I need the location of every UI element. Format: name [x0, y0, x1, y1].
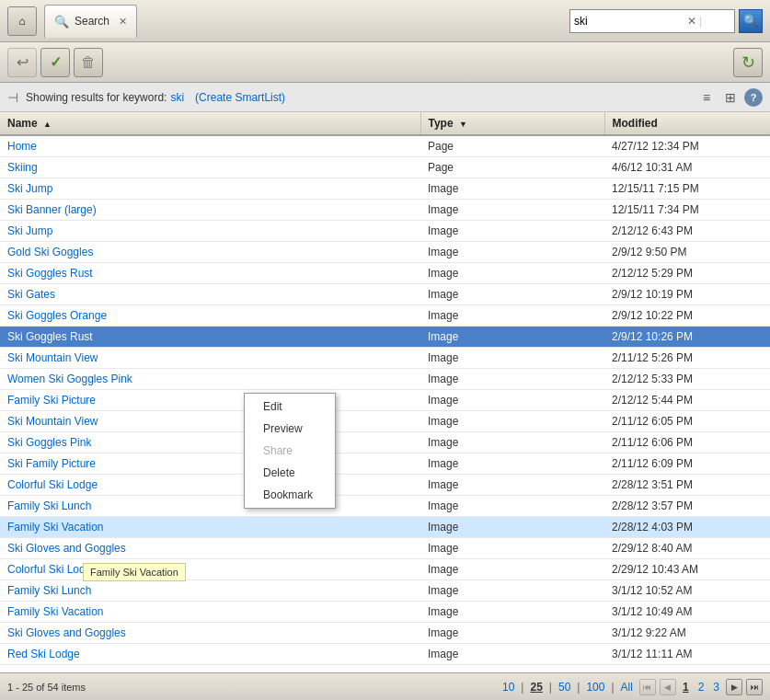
- table-row[interactable]: Ski Goggles RustImage2/9/12 10:26 PM: [0, 327, 770, 348]
- table-row[interactable]: Ski JumpImage2/12/12 6:43 PM: [0, 221, 770, 242]
- table-row[interactable]: Ski Goggles RustImage2/12/12 5:29 PM: [0, 263, 770, 284]
- table-row[interactable]: Ski Mountain ViewImage2/11/12 5:26 PM: [0, 348, 770, 369]
- row-name-cell[interactable]: Family Ski Lunch: [0, 496, 420, 517]
- row-name-cell[interactable]: Ski Gloves and Goggles: [0, 538, 420, 559]
- table-row[interactable]: Ski JumpImage12/15/11 7:15 PM: [0, 178, 770, 200]
- row-date-cell: 2/9/12 10:26 PM: [604, 327, 770, 348]
- row-name-cell[interactable]: Ski Goggles Orange: [0, 305, 420, 327]
- row-name-cell[interactable]: Ski Gloves and Goggles: [0, 623, 420, 644]
- table-row[interactable]: Ski Gloves and GogglesImage3/1/12 9:22 A…: [0, 623, 770, 644]
- table-row[interactable]: Family Ski VacationImage2/28/12 4:03 PM: [0, 517, 770, 538]
- column-header-type[interactable]: Type ▼: [420, 112, 604, 135]
- prev-page-button[interactable]: ◀: [660, 679, 676, 695]
- row-name-cell[interactable]: Red Ski Lodge: [0, 644, 420, 665]
- context-menu-item-delete[interactable]: Delete: [245, 462, 335, 484]
- page-3[interactable]: 3: [710, 681, 722, 694]
- row-name-cell[interactable]: Ski Banner (large): [0, 200, 420, 221]
- row-name-cell[interactable]: Ski Gates: [0, 284, 420, 305]
- context-menu-item-preview[interactable]: Preview: [245, 418, 335, 440]
- delete-icon: 🗑: [81, 54, 96, 71]
- table-row[interactable]: SkiingPage4/6/12 10:31 AM: [0, 157, 770, 178]
- search-go-button[interactable]: 🔍: [739, 9, 763, 33]
- first-page-button[interactable]: ⏮: [639, 679, 656, 695]
- row-name-cell[interactable]: Ski Mountain View: [0, 411, 420, 432]
- list-view-button[interactable]: ≡: [696, 87, 717, 108]
- last-page-button[interactable]: ⏭: [746, 679, 763, 695]
- row-date-cell: 2/28/12 3:51 PM: [604, 475, 770, 496]
- row-name-cell[interactable]: Gold Ski Goggles: [0, 242, 420, 263]
- row-name-cell[interactable]: Home: [0, 135, 420, 157]
- row-name-cell[interactable]: Family Ski Lunch: [0, 580, 420, 602]
- row-type-cell: Image: [420, 453, 604, 475]
- row-name-cell[interactable]: Ski Jump: [0, 178, 420, 200]
- row-date-cell: 2/11/12 5:26 PM: [604, 348, 770, 369]
- search-tab[interactable]: 🔍 Search ✕: [44, 5, 137, 38]
- table-row[interactable]: Family Ski VacationImage3/1/12 10:49 AM: [0, 602, 770, 623]
- refresh-button[interactable]: ↻: [733, 48, 763, 77]
- search-clear-button[interactable]: ✕: [687, 15, 696, 28]
- row-name-cell[interactable]: Colorful Ski Lodge: [0, 559, 420, 580]
- grid-view-icon: ⊞: [725, 90, 736, 105]
- search-input-box: ✕ |: [569, 9, 735, 33]
- row-name-cell[interactable]: Ski Family Picture: [0, 453, 420, 475]
- table-row[interactable]: Women Ski Goggles PinkImage2/12/12 5:33 …: [0, 369, 770, 390]
- row-type-cell: Image: [420, 200, 604, 221]
- home-button[interactable]: ⌂: [7, 6, 37, 36]
- row-name-cell[interactable]: Ski Goggles Rust: [0, 327, 420, 348]
- page-size-50[interactable]: 50: [556, 681, 573, 694]
- table-row[interactable]: Gold Ski GogglesImage2/9/12 9:50 PM: [0, 242, 770, 263]
- row-date-cell: 2/9/12 10:19 PM: [604, 284, 770, 305]
- table-row[interactable]: Ski Goggles PinkImage2/11/12 6:06 PM: [0, 432, 770, 453]
- page-2[interactable]: 2: [695, 681, 707, 694]
- grid-view-button[interactable]: ⊞: [720, 87, 741, 108]
- search-input[interactable]: [574, 15, 684, 28]
- row-type-cell: Page: [420, 157, 604, 178]
- row-name-cell[interactable]: Ski Mountain View: [0, 348, 420, 369]
- delete-button[interactable]: 🗑: [74, 48, 103, 77]
- row-name-cell[interactable]: Women Ski Goggles Pink: [0, 369, 420, 390]
- row-date-cell: 2/11/12 6:06 PM: [604, 432, 770, 453]
- help-button[interactable]: ?: [744, 88, 763, 107]
- table-row[interactable]: Ski Goggles OrangeImage2/9/12 10:22 PM: [0, 305, 770, 327]
- page-size-all[interactable]: All: [618, 681, 636, 694]
- tab-close-button[interactable]: ✕: [119, 16, 127, 28]
- row-name-cell[interactable]: Ski Goggles Pink: [0, 432, 420, 453]
- row-date-cell: 2/29/12 10:43 AM: [604, 559, 770, 580]
- page-1[interactable]: 1: [680, 681, 692, 694]
- context-menu-item-bookmark[interactable]: Bookmark: [245, 484, 335, 506]
- table-row[interactable]: Ski Mountain ViewImage2/11/12 6:05 PM: [0, 411, 770, 432]
- row-name-cell[interactable]: Ski Goggles Rust: [0, 263, 420, 284]
- table-row[interactable]: HomePage4/27/12 12:34 PM: [0, 135, 770, 157]
- row-name-cell[interactable]: Skiing: [0, 157, 420, 178]
- create-smartlist-link[interactable]: (Create SmartList): [195, 91, 285, 104]
- table-row[interactable]: Family Ski PictureImage2/12/12 5:44 PM: [0, 390, 770, 411]
- page-size-100[interactable]: 100: [583, 681, 607, 694]
- back-button[interactable]: ↩: [7, 48, 37, 77]
- table-row[interactable]: Ski Banner (large)Image12/15/11 7:34 PM: [0, 200, 770, 221]
- row-name-cell[interactable]: Family Ski Picture: [0, 390, 420, 411]
- table-row[interactable]: Ski Gloves and GogglesImage2/29/12 8:40 …: [0, 538, 770, 559]
- page-size-25[interactable]: 25: [527, 681, 545, 694]
- table-row[interactable]: Ski GatesImage2/9/12 10:19 PM: [0, 284, 770, 305]
- page-size-10[interactable]: 10: [500, 681, 517, 694]
- row-date-cell: 2/12/12 5:44 PM: [604, 390, 770, 411]
- refresh-icon: ↻: [741, 52, 755, 73]
- table-row[interactable]: Family Ski LunchImage2/28/12 3:57 PM: [0, 496, 770, 517]
- check-button[interactable]: ✓: [40, 48, 70, 77]
- row-date-cell: 2/28/12 4:03 PM: [604, 517, 770, 538]
- row-type-cell: Image: [420, 644, 604, 665]
- table-row[interactable]: Family Ski LunchImage3/1/12 10:52 AM: [0, 580, 770, 602]
- column-header-name[interactable]: Name ▲: [0, 112, 420, 135]
- table-row[interactable]: Red Ski LodgeImage3/1/12 11:11 AM: [0, 644, 770, 665]
- column-header-modified[interactable]: Modified: [604, 112, 770, 135]
- row-name-cell[interactable]: Family Ski Vacation: [0, 602, 420, 623]
- next-page-button[interactable]: ▶: [726, 679, 742, 695]
- table-row[interactable]: Colorful Ski LodgeImage2/28/12 3:51 PM: [0, 475, 770, 496]
- row-date-cell: 2/28/12 3:57 PM: [604, 496, 770, 517]
- table-row[interactable]: Ski Family PictureImage2/11/12 6:09 PM: [0, 453, 770, 475]
- row-name-cell[interactable]: Ski Jump: [0, 221, 420, 242]
- row-name-cell[interactable]: Family Ski Vacation: [0, 517, 420, 538]
- row-name-cell[interactable]: Colorful Ski Lodge: [0, 475, 420, 496]
- context-menu-item-edit[interactable]: Edit: [245, 396, 335, 418]
- table-row[interactable]: Colorful Ski LodgeImage2/29/12 10:43 AM: [0, 559, 770, 580]
